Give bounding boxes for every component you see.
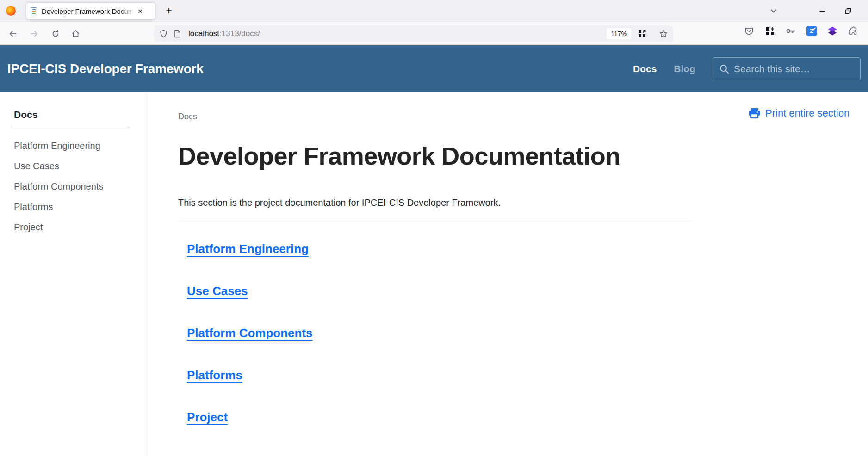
main-content: Docs Developer Framework Documentation T… <box>145 92 724 456</box>
extension-squares-plus-icon[interactable] <box>765 26 775 36</box>
print-section-link[interactable]: Print entire section <box>748 107 849 119</box>
toolbar-extension-area: Z <box>744 26 858 36</box>
sidebar-heading[interactable]: Docs <box>14 109 132 120</box>
section-link-platform-engineering[interactable]: Platform Engineering <box>187 241 309 256</box>
section-link-platform-components[interactable]: Platform Components <box>187 326 313 340</box>
page-title: Developer Framework Documentation <box>178 140 641 173</box>
puzzle-icon[interactable] <box>848 26 858 36</box>
tab-list-dropdown-icon[interactable] <box>766 4 781 18</box>
browser-toolbar: localhost:1313/docs/ 117% <box>0 22 868 45</box>
section-link-project[interactable]: Project <box>187 410 228 425</box>
page-content: Docs Platform Engineering Use Cases Plat… <box>0 92 868 456</box>
pocket-icon[interactable] <box>744 26 754 36</box>
site-navbar: IPCEI-CIS Developer Framework Docs Blog <box>0 45 868 92</box>
home-button[interactable] <box>68 26 83 41</box>
tab-strip: Developer Framework Documentation × + <box>0 0 868 22</box>
url-text: localhost:1313/docs/ <box>188 29 260 38</box>
tab-title: Developer Framework Documentation <box>42 7 137 15</box>
tab-close-icon[interactable]: × <box>138 7 143 15</box>
site-search[interactable] <box>713 57 861 80</box>
forward-button[interactable] <box>26 26 42 41</box>
zoom-level-indicator[interactable]: 117% <box>607 28 631 39</box>
key-icon[interactable] <box>786 26 796 36</box>
print-section-label: Print entire section <box>765 107 849 119</box>
open-in-window-icon[interactable] <box>638 30 646 37</box>
layers-icon[interactable] <box>827 26 837 36</box>
breadcrumb[interactable]: Docs <box>178 112 724 122</box>
section-link-use-cases[interactable]: Use Cases <box>187 283 248 298</box>
intro-paragraph: This section is the project documentatio… <box>178 197 724 208</box>
reload-button[interactable] <box>48 26 63 41</box>
window-restore-button[interactable] <box>841 4 856 18</box>
right-rail: Print entire section <box>724 92 868 456</box>
browser-tab[interactable]: Developer Framework Documentation × <box>26 3 155 19</box>
docs-sidebar: Docs Platform Engineering Use Cases Plat… <box>0 92 145 456</box>
back-button[interactable] <box>5 26 20 41</box>
printer-icon <box>748 108 761 119</box>
sidebar-item-use-cases[interactable]: Use Cases <box>14 160 132 172</box>
section-link-list: Platform Engineering Use Cases Platform … <box>178 241 724 425</box>
zotero-icon[interactable]: Z <box>806 26 817 36</box>
url-path: :1313/docs/ <box>219 29 260 38</box>
tracking-shield-icon[interactable] <box>160 30 167 38</box>
sidebar-item-project[interactable]: Project <box>14 222 132 233</box>
browser-window: Developer Framework Documentation × + <box>0 0 868 456</box>
search-icon <box>719 64 729 74</box>
site-brand[interactable]: IPCEI-CIS Developer Framework <box>7 62 204 76</box>
sidebar-divider <box>14 128 128 128</box>
window-minimize-button[interactable] <box>815 4 830 18</box>
sidebar-item-platform-components[interactable]: Platform Components <box>14 181 132 192</box>
nav-link-blog[interactable]: Blog <box>674 63 695 74</box>
sidebar-item-platforms[interactable]: Platforms <box>14 201 132 212</box>
content-divider <box>178 222 691 222</box>
new-tab-button[interactable]: + <box>161 3 176 18</box>
sidebar-item-platform-engineering[interactable]: Platform Engineering <box>14 140 132 151</box>
page-favicon-icon <box>31 7 37 15</box>
firefox-logo-icon <box>6 6 16 16</box>
nav-link-docs[interactable]: Docs <box>633 63 657 74</box>
url-bar[interactable]: localhost:1313/docs/ 117% <box>154 25 673 42</box>
page-info-icon[interactable] <box>174 30 181 38</box>
section-link-platforms[interactable]: Platforms <box>187 368 242 382</box>
url-host: localhost <box>188 29 219 38</box>
bookmark-star-icon[interactable] <box>659 30 668 38</box>
site-nav: Docs Blog <box>633 57 861 80</box>
search-input[interactable] <box>734 63 854 74</box>
